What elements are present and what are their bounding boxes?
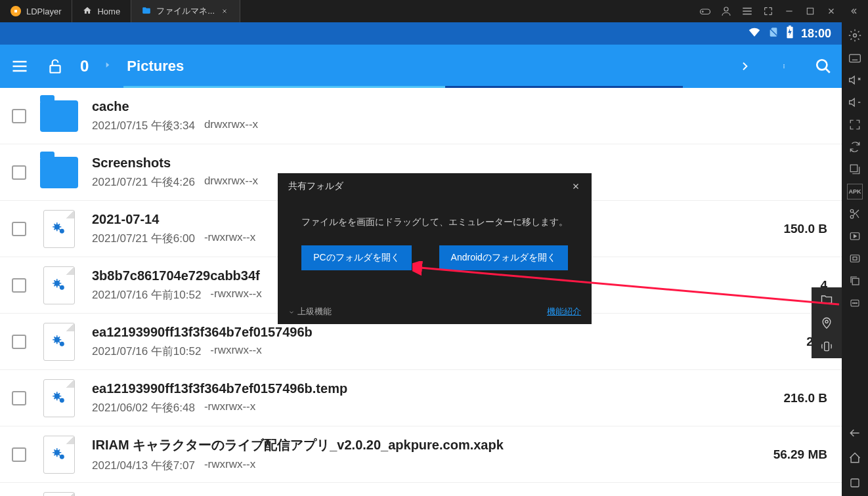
file-name: cache xyxy=(92,99,830,114)
fullscreen-icon[interactable] xyxy=(847,117,863,133)
checkbox[interactable] xyxy=(12,391,26,405)
volume-up-icon[interactable] xyxy=(847,72,863,88)
dialog-message: ファイルをを画面にドラッグして、エミュレーターに移します。 xyxy=(291,217,578,228)
gear-icon[interactable] xyxy=(847,28,863,43)
file-size: 216.0 B xyxy=(783,391,830,405)
copy-icon[interactable] xyxy=(847,273,863,289)
svg-point-13 xyxy=(853,302,854,303)
svg-rect-9 xyxy=(850,255,859,262)
file-meta: 2021/06/02 午後6:48-rwxrwx--x xyxy=(92,400,770,415)
file-meta: 2021/04/13 午後7:07-rwxrwx--x xyxy=(92,458,760,473)
keyboard-icon[interactable] xyxy=(847,50,863,66)
svg-rect-16 xyxy=(851,479,859,487)
android-status-bar: 18:00 xyxy=(0,22,842,45)
sync-icon[interactable] xyxy=(847,139,863,155)
home-nav-icon[interactable] xyxy=(847,450,863,466)
folder-icon xyxy=(142,6,151,17)
svg-point-25 xyxy=(60,228,64,233)
checkbox[interactable] xyxy=(12,165,26,180)
svg-rect-10 xyxy=(853,257,857,260)
collapse-sidebar-icon[interactable] xyxy=(844,0,863,22)
app-tab[interactable]: LDPlayer xyxy=(0,0,72,22)
file-row[interactable]: jp.co.cygames.umamusume-1.2.0.xapk xyxy=(0,483,842,496)
svg-point-14 xyxy=(854,302,855,303)
record-icon[interactable] xyxy=(847,228,863,244)
file-row[interactable]: IRIAM キャラクターのライブ配信アプリ_v2.0.20_apkpure.co… xyxy=(0,426,842,483)
hamburger-icon[interactable] xyxy=(9,56,30,77)
folder-icon xyxy=(40,100,78,132)
checkbox[interactable] xyxy=(12,222,26,236)
file-meta: 2021/07/15 午後3:34drwxrwx--x xyxy=(92,118,830,133)
path-arrow-icon xyxy=(103,58,112,74)
svg-rect-2 xyxy=(807,8,813,14)
titlebar: LDPlayer Home ファイルマネ... xyxy=(0,0,868,22)
open-android-folder-button[interactable]: Androidのフォルダを開く xyxy=(439,245,568,270)
checkbox[interactable] xyxy=(12,335,26,349)
location-icon[interactable] xyxy=(819,315,835,331)
dialog-close-icon[interactable] xyxy=(571,181,581,192)
more-vert-icon[interactable] xyxy=(773,56,794,77)
screenshot-icon[interactable] xyxy=(847,251,863,266)
selection-count: 0 xyxy=(80,57,89,75)
volume-down-icon[interactable] xyxy=(847,94,863,110)
open-pc-folder-button[interactable]: PCのフォルダを開く xyxy=(301,245,411,270)
file-size: 150.0 B xyxy=(783,222,830,236)
fullscreen-icon[interactable] xyxy=(762,5,775,18)
svg-point-31 xyxy=(60,398,64,402)
gamepad-icon[interactable] xyxy=(699,5,712,18)
file-row[interactable]: cache2021/07/15 午後3:34drwxrwx--x xyxy=(0,88,842,144)
forward-icon[interactable] xyxy=(734,56,755,77)
file-name: ea12193990ff13f3f364b7ef0157496b xyxy=(92,325,793,340)
feature-link[interactable]: 機能紹介 xyxy=(547,306,581,318)
close-window-icon[interactable] xyxy=(825,5,838,18)
search-icon[interactable] xyxy=(813,56,834,77)
folder-icon xyxy=(40,157,78,188)
shared-folder-dialog: 共有フォルダ ファイルをを画面にドラッグして、エミュレーターに移します。 PCの… xyxy=(278,173,592,324)
home-tab[interactable]: Home xyxy=(72,0,131,22)
advanced-toggle[interactable]: 上級機能 xyxy=(288,306,332,318)
svg-point-23 xyxy=(817,60,827,70)
right-toolbar: APK xyxy=(842,22,868,496)
svg-rect-37 xyxy=(825,342,829,350)
svg-point-20 xyxy=(783,64,784,65)
wifi-icon xyxy=(747,26,762,41)
close-icon[interactable] xyxy=(220,7,229,16)
file-gear-icon xyxy=(43,210,75,248)
scissors-icon[interactable] xyxy=(847,206,863,222)
checkbox[interactable] xyxy=(12,109,26,123)
file-name: ea12193990ff13f3f364b7ef0157496b.temp xyxy=(92,381,770,396)
multi-instance-icon[interactable] xyxy=(847,161,863,177)
svg-point-29 xyxy=(60,341,64,346)
user-icon[interactable] xyxy=(720,5,733,18)
lock-open-icon[interactable] xyxy=(45,56,66,77)
recents-icon[interactable] xyxy=(847,475,863,491)
checkbox[interactable] xyxy=(12,278,26,293)
dialog-title: 共有フォルダ xyxy=(288,180,343,192)
file-size: 56.29 MB xyxy=(773,447,830,462)
minimize-icon[interactable] xyxy=(783,5,796,18)
apk-icon[interactable]: APK xyxy=(847,184,863,199)
svg-rect-19 xyxy=(50,66,60,73)
file-gear-icon xyxy=(43,379,75,417)
file-gear-icon xyxy=(43,492,75,497)
active-tab-label: ファイルマネ... xyxy=(156,5,215,17)
maximize-icon[interactable] xyxy=(804,5,817,18)
svg-rect-4 xyxy=(850,54,861,62)
back-icon[interactable] xyxy=(847,425,863,441)
more-icon[interactable] xyxy=(847,295,863,311)
path-name[interactable]: Pictures xyxy=(127,58,184,75)
filemanager-tab[interactable]: ファイルマネ... xyxy=(131,0,240,22)
file-gear-icon xyxy=(43,323,75,361)
appbar: 0 Pictures xyxy=(0,45,842,88)
shake-icon[interactable] xyxy=(819,339,835,354)
svg-point-6 xyxy=(850,209,854,213)
file-row[interactable]: ea12193990ff13f3f364b7ef0157496b.temp202… xyxy=(0,370,842,426)
home-tab-label: Home xyxy=(97,7,120,16)
ldplayer-logo-icon xyxy=(11,6,21,16)
svg-point-36 xyxy=(825,320,828,323)
checkbox[interactable] xyxy=(12,447,26,462)
menu-icon[interactable] xyxy=(741,5,754,18)
home-icon xyxy=(83,6,92,17)
file-gear-icon xyxy=(43,436,75,474)
shared-folder-icon[interactable] xyxy=(819,291,835,307)
